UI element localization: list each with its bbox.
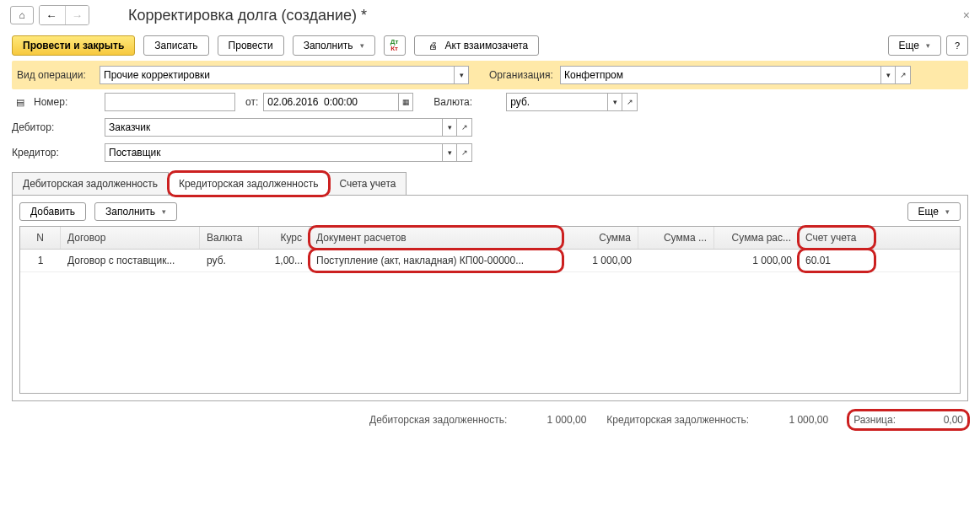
op-type-label: Вид операции:: [12, 69, 96, 81]
cell-acct: 60.01: [799, 250, 875, 271]
close-button[interactable]: ×: [963, 8, 970, 22]
dtkt-icon: ДтКт: [390, 39, 399, 52]
col-acct[interactable]: Счет учета: [799, 227, 875, 249]
date-label: от:: [245, 96, 258, 108]
cell-currency: руб.: [200, 250, 259, 271]
creditor-input[interactable]: [105, 143, 442, 162]
nav-buttons: ← →: [39, 5, 89, 25]
footer-credit-value: 1 000,00: [752, 414, 828, 426]
grid: N Договор Валюта Курс Документ расчетов …: [19, 226, 961, 394]
col-rate[interactable]: Курс: [259, 227, 310, 249]
creditor-label: Кредитор:: [12, 147, 96, 158]
org-open[interactable]: ↗: [896, 66, 911, 84]
col-doc[interactable]: Документ расчетов: [310, 227, 563, 249]
calendar-icon: ▦: [402, 98, 410, 106]
debit-credit-button[interactable]: ДтКт: [384, 35, 406, 56]
cell-sum: 1 000,00: [563, 250, 638, 271]
footer-debit-label: Дебиторская задолженность:: [369, 414, 507, 426]
col-sum2[interactable]: Сумма ...: [638, 227, 714, 249]
footer: Дебиторская задолженность: 1 000,00 Кред…: [0, 404, 980, 436]
add-row-button[interactable]: Добавить: [19, 202, 86, 221]
footer-diff-label: Разница:: [853, 414, 896, 426]
grid-body[interactable]: 1 Договор с поставщик... руб. 1,00... По…: [20, 250, 960, 393]
fill-button[interactable]: Заполнить: [293, 35, 375, 56]
grid-header: N Договор Валюта Курс Документ расчетов …: [20, 227, 960, 250]
number-label: Номер:: [34, 96, 100, 108]
footer-diff-value: 0,00: [921, 414, 963, 426]
currency-open[interactable]: ↗: [622, 93, 638, 111]
debtor-open[interactable]: ↗: [457, 118, 472, 137]
grid-more-button[interactable]: Еще: [907, 202, 961, 221]
back-button[interactable]: ←: [40, 6, 63, 24]
op-type-input[interactable]: [100, 66, 454, 84]
netting-act-button[interactable]: 🖨Акт взаимозачета: [414, 35, 540, 56]
org-dropdown[interactable]: ▾: [880, 66, 896, 84]
col-sum[interactable]: Сумма: [563, 227, 638, 249]
debtor-dropdown[interactable]: ▾: [442, 118, 457, 137]
currency-input[interactable]: [506, 93, 607, 111]
creditor-open[interactable]: ↗: [457, 143, 472, 162]
post-and-close-button[interactable]: Провести и закрыть: [12, 35, 135, 56]
col-contract[interactable]: Договор: [61, 227, 200, 249]
currency-dropdown[interactable]: ▾: [607, 93, 622, 111]
col-currency[interactable]: Валюта: [200, 227, 259, 249]
cell-sum2: [638, 250, 714, 271]
more-button[interactable]: Еще: [888, 35, 941, 56]
org-label: Организация:: [484, 69, 560, 81]
footer-debit-value: 1 000,00: [510, 414, 586, 426]
tab-debit[interactable]: Дебиторская задолженность: [12, 172, 169, 196]
creditor-dropdown[interactable]: ▾: [442, 143, 457, 162]
help-button[interactable]: ?: [946, 35, 968, 56]
debtor-label: Дебитор:: [12, 121, 96, 133]
col-sum3[interactable]: Сумма рас...: [714, 227, 799, 249]
cell-sum3: 1 000,00: [714, 250, 799, 271]
op-type-dropdown[interactable]: ▾: [454, 66, 469, 84]
forward-button[interactable]: →: [65, 6, 89, 24]
org-input[interactable]: [560, 66, 880, 84]
cell-rate: 1,00...: [259, 250, 310, 271]
cell-doc: Поступление (акт, накладная) КП00-00000.…: [310, 250, 563, 271]
footer-credit-label: Кредиторская задолженность:: [606, 414, 749, 426]
printer-icon: 🖨: [425, 40, 442, 51]
post-button[interactable]: Провести: [218, 35, 284, 56]
number-input[interactable]: [105, 93, 235, 111]
save-button[interactable]: Записать: [143, 35, 208, 56]
date-input[interactable]: [263, 93, 398, 111]
cell-n: 1: [20, 250, 61, 271]
tab-content: Добавить Заполнить Еще N Договор Валюта …: [12, 195, 968, 401]
tab-credit[interactable]: Кредиторская задолженность: [169, 172, 329, 196]
page-title: Корректировка долга (создание) *: [128, 7, 367, 24]
calendar-button[interactable]: ▦: [398, 93, 413, 111]
cell-contract: Договор с поставщик...: [61, 250, 200, 271]
home-button[interactable]: ⌂: [10, 6, 34, 24]
home-icon: ⌂: [19, 9, 24, 21]
currency-label: Валюта:: [433, 96, 501, 108]
doc-icon: ▤: [12, 97, 29, 108]
tab-accounts[interactable]: Счета учета: [329, 172, 407, 196]
debtor-input[interactable]: [105, 118, 442, 137]
col-n[interactable]: N: [20, 227, 61, 249]
fill-grid-button[interactable]: Заполнить: [94, 202, 177, 221]
table-row[interactable]: 1 Договор с поставщик... руб. 1,00... По…: [20, 250, 960, 272]
